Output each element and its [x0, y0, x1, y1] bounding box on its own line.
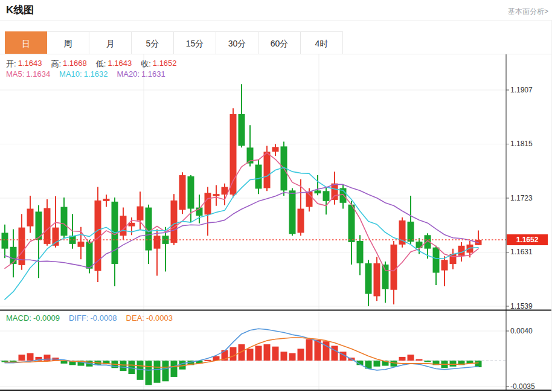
readout-pair: MA20:1.1631: [117, 69, 165, 79]
readout-value: -0.0009: [33, 313, 60, 323]
readout-pair: 高:1.1668: [51, 59, 86, 69]
readout-label: MA5:: [6, 69, 24, 79]
macd-tick-label: 0.0040: [510, 327, 533, 335]
readout-label: 开:: [6, 59, 16, 69]
readout-label: 高:: [51, 59, 61, 69]
readout-value: 1.1668: [63, 59, 87, 69]
ohlc-readout: 开:1.1643高:1.1668低:1.1643收:1.1652: [6, 59, 177, 69]
readout-pair: MA10:1.1632: [59, 69, 108, 79]
readout-value: 1.1632: [84, 69, 108, 79]
readout-label: 低:: [96, 59, 106, 69]
readout-label: MA10:: [59, 69, 82, 79]
readout-value: -0.0008: [90, 313, 117, 323]
readout-pair: 低:1.1643: [96, 59, 132, 69]
kline-widget: K线图 基本面分析> 日周月5分15分30分60分4时 开:1.1643高:1.…: [0, 0, 552, 392]
readout-value: 1.1643: [108, 59, 132, 69]
price-tick-label: 1.1723: [510, 194, 533, 202]
price-tick-label: 1.1907: [510, 86, 533, 94]
readout-label: 收:: [141, 59, 151, 69]
readout-value: -0.0003: [146, 313, 173, 323]
readout-label: DIFF:: [69, 313, 89, 323]
readout-pair: MA5:1.1634: [6, 69, 50, 79]
price-tick-label: 1.1539: [510, 302, 533, 310]
readout-pair: 收:1.1652: [141, 59, 176, 69]
last-price-badge: 1.1652: [507, 234, 548, 245]
readout-value: 1.1631: [141, 69, 165, 79]
readout-label: DEA:: [126, 313, 144, 323]
readout-label: MA20:: [117, 69, 140, 79]
macd-tick-label: -0.0035: [510, 382, 535, 391]
ma-readout: MA5:1.1634MA10:1.1632MA20:1.1631: [6, 69, 165, 79]
readout-value: 1.1643: [18, 59, 42, 69]
readout-value: 1.1634: [26, 69, 50, 79]
macd-readout: MACD:-0.0009DIFF:-0.0008DEA:-0.0003: [6, 313, 173, 323]
readout-value: 1.1652: [153, 59, 177, 69]
price-tick-label: 1.1631: [510, 248, 533, 256]
readout-pair: MACD:-0.0009: [6, 313, 60, 323]
readout-label: MACD:: [6, 313, 31, 323]
price-tick-label: 1.1815: [510, 140, 533, 148]
readout-pair: DIFF:-0.0008: [69, 313, 117, 323]
readout-pair: DEA:-0.0003: [126, 313, 173, 323]
readout-pair: 开:1.1643: [6, 59, 42, 69]
